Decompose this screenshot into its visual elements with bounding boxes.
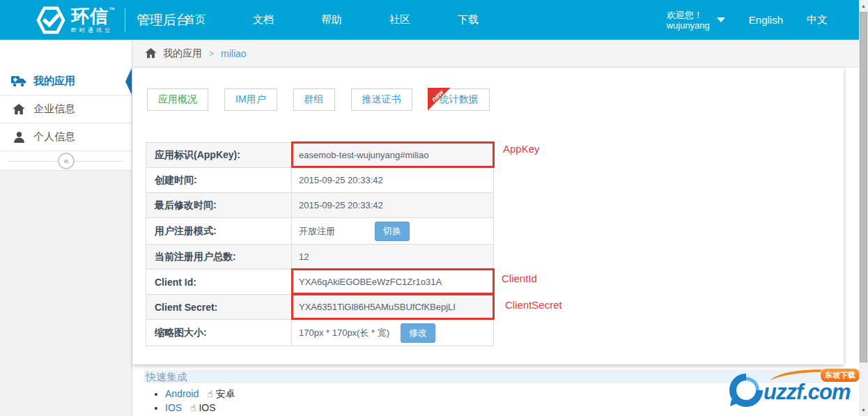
tab-label: 应用概况 bbox=[158, 93, 197, 105]
tab-label: IM用户 bbox=[235, 93, 266, 105]
table-row: 创建时间: 2015-09-25 20:33:42 bbox=[146, 168, 493, 193]
row-action-button[interactable]: 切换 bbox=[375, 222, 410, 241]
sidebar-item-label: 我的应用 bbox=[33, 75, 75, 88]
sidebar-item-my-apps[interactable]: 我的应用 bbox=[0, 68, 132, 95]
hexagon-check-icon bbox=[36, 6, 65, 35]
user-menu[interactable]: 欢迎您！ wujunyang bbox=[667, 10, 710, 31]
nav-item[interactable]: 首页 bbox=[183, 13, 207, 26]
tab-button[interactable]: 推送证书 bbox=[351, 88, 412, 111]
username: wujunyang bbox=[667, 20, 710, 31]
table-row: 最后修改时间: 2015-09-25 20:33:42 bbox=[146, 193, 493, 218]
product-title: 管理后台 bbox=[137, 11, 189, 29]
nav-item[interactable]: 下载 bbox=[456, 13, 480, 26]
table-row: 应用标识(AppKey): easemob-test-wujunyang#mil… bbox=[146, 143, 493, 168]
table-row: 用户注册模式: 开放注册 切换 bbox=[146, 218, 493, 245]
platform-link[interactable]: Android bbox=[165, 388, 199, 399]
platform-label: IOS bbox=[199, 402, 215, 413]
tab-button[interactable]: new 统计数据 bbox=[428, 88, 490, 111]
breadcrumb: 我的应用 > miliao bbox=[132, 40, 859, 68]
breadcrumb-root[interactable]: 我的应用 bbox=[163, 47, 202, 60]
row-label: Client Id: bbox=[146, 270, 292, 294]
row-label: 缩略图大小: bbox=[146, 320, 292, 346]
tab-button[interactable]: IM用户 bbox=[224, 88, 277, 111]
vertical-scrollbar: ▲ ▼ bbox=[859, 0, 868, 416]
nav-item[interactable]: 社区 bbox=[388, 13, 412, 26]
row-value-text: 2015-09-25 20:33:42 bbox=[299, 200, 383, 210]
platform-link[interactable]: IOS bbox=[165, 402, 182, 413]
tab-label: 群组 bbox=[304, 93, 324, 105]
app-overview-panel: 应用概况 IM用户 群组 推送证书 new 统计数据 bbox=[132, 68, 844, 364]
row-value-text: 12 bbox=[299, 252, 309, 262]
brand-divider bbox=[125, 8, 125, 32]
scroll-up-icon[interactable]: ▲ bbox=[859, 0, 868, 12]
tab-label: 统计数据 bbox=[440, 93, 479, 105]
lang-english-button[interactable]: English bbox=[749, 14, 783, 26]
watermark-text: uzzf.com bbox=[764, 380, 851, 405]
app-truck-icon bbox=[11, 75, 26, 87]
row-label: 当前注册用户总数: bbox=[146, 245, 292, 269]
row-value-text: 170px * 170px(长 * 宽) bbox=[299, 327, 389, 339]
row-label: Client Secret: bbox=[146, 295, 292, 319]
table-row: Client Id: YXA6qAkiEGOBEeWzFC1Zr1o31A bbox=[146, 270, 493, 295]
breadcrumb-separator: > bbox=[209, 49, 214, 59]
row-label: 最后修改时间: bbox=[146, 193, 292, 217]
uzzf-swirl-icon bbox=[727, 371, 765, 409]
brand-name: 环信 bbox=[71, 6, 109, 26]
sidebar: 我的应用 企业信息 个人信息 « bbox=[0, 40, 132, 416]
tab-label: 推送证书 bbox=[362, 93, 401, 105]
sidebar-footer-area bbox=[0, 170, 132, 416]
app-info-table: 应用标识(AppKey): easemob-test-wujunyang#mil… bbox=[146, 142, 494, 346]
row-value-text: YXA6351TiGl86H5AMuSBUfCfKBepjLI bbox=[299, 302, 456, 312]
tab-button[interactable]: 应用概况 bbox=[147, 88, 208, 111]
row-value: 2015-09-25 20:33:42 bbox=[292, 193, 493, 217]
main-nav: 首页 文档 帮助 社区 下载 bbox=[183, 0, 525, 40]
annotation-client-id: ClientId bbox=[502, 272, 537, 284]
nav-item[interactable]: 文档 bbox=[251, 13, 275, 26]
row-value: YXA6351TiGl86H5AMuSBUfCfKBepjLI bbox=[292, 295, 493, 319]
home-icon bbox=[145, 48, 157, 59]
table-row: 当前注册用户总数: 12 bbox=[146, 245, 493, 270]
row-value: YXA6qAkiEGOBEeWzFC1Zr1o31A bbox=[292, 270, 493, 294]
active-item-arrow-icon bbox=[125, 68, 132, 95]
sidebar-item-label: 企业信息 bbox=[33, 102, 75, 116]
lang-chinese-button[interactable]: 中文 bbox=[807, 13, 828, 26]
row-value: easemob-test-wujunyang#miliao bbox=[292, 143, 493, 167]
uzzf-watermark: uzzf.com 东坡下载 bbox=[727, 369, 860, 412]
scroll-down-icon[interactable]: ▼ bbox=[859, 404, 868, 416]
annotation-appkey: AppKey bbox=[503, 143, 540, 155]
hand-pointer-icon: ☝ bbox=[190, 402, 196, 413]
brand-subtitle: 即时通讯云 bbox=[71, 28, 115, 33]
table-row: 缩略图大小: 170px * 170px(长 * 宽) 修改 bbox=[146, 320, 493, 346]
sidebar-item-label: 个人信息 bbox=[33, 130, 75, 144]
row-label: 应用标识(AppKey): bbox=[146, 143, 292, 167]
row-value-text: YXA6qAkiEGOBEeWzFC1Zr1o31A bbox=[299, 277, 442, 287]
row-value-text: easemob-test-wujunyang#miliao bbox=[299, 150, 428, 160]
brand-trademark: ™ bbox=[109, 6, 115, 13]
row-value: 2015-09-25 20:33:42 bbox=[292, 168, 493, 192]
welcome-text: 欢迎您！ bbox=[667, 10, 710, 20]
top-header: 环信™ 即时通讯云 管理后台 首页 文档 帮助 社区 下载 欢迎您！ wujun… bbox=[0, 0, 859, 40]
table-row: Client Secret: YXA6351TiGl86H5AMuSBUfCfK… bbox=[146, 295, 493, 320]
chevron-down-icon[interactable] bbox=[717, 17, 725, 22]
breadcrumb-current[interactable]: miliao bbox=[221, 48, 247, 59]
platform-label: 安卓 bbox=[216, 388, 235, 399]
annotation-client-secret: ClientSecret bbox=[505, 299, 562, 311]
row-value: 开放注册 切换 bbox=[292, 218, 493, 244]
sidebar-item-company-info[interactable]: 企业信息 bbox=[0, 95, 132, 123]
row-label: 用户注册模式: bbox=[146, 218, 292, 244]
sidebar-collapse-button[interactable]: « bbox=[58, 153, 75, 169]
user-icon bbox=[11, 132, 26, 143]
app-tabs: 应用概况 IM用户 群组 推送证书 new 统计数据 bbox=[147, 88, 844, 111]
row-action-button[interactable]: 修改 bbox=[401, 323, 435, 343]
row-value-text: 2015-09-25 20:33:42 bbox=[299, 175, 383, 185]
row-value-text: 开放注册 bbox=[299, 225, 335, 238]
brand[interactable]: 环信™ 即时通讯云 bbox=[36, 6, 115, 35]
row-value: 12 bbox=[292, 245, 493, 269]
scrollbar-thumb[interactable] bbox=[860, 12, 867, 362]
nav-item[interactable]: 帮助 bbox=[320, 13, 343, 26]
row-label: 创建时间: bbox=[146, 168, 292, 192]
home-icon bbox=[11, 104, 26, 115]
row-value: 170px * 170px(长 * 宽) 修改 bbox=[292, 320, 493, 346]
tab-button[interactable]: 群组 bbox=[293, 88, 335, 111]
sidebar-item-personal-info[interactable]: 个人信息 bbox=[0, 123, 132, 151]
